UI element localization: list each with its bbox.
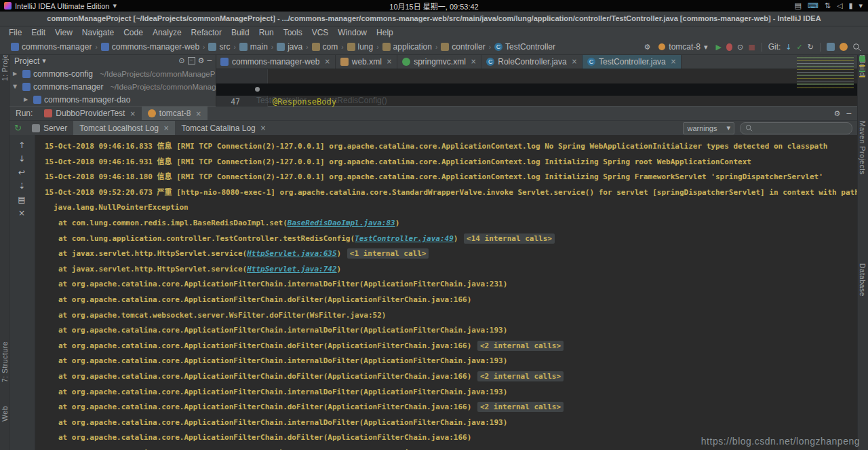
vcs-commit-button[interactable]: ✓ [797,43,803,51]
inspection-status-icon[interactable] [859,56,865,62]
prev-stacktrace-icon[interactable]: ↑ [18,141,25,149]
menu-vcs[interactable]: VCS [307,28,334,37]
menu-window[interactable]: Window [333,28,372,37]
locate-file-icon[interactable]: ⊙ [178,57,184,64]
display-icon[interactable]: ▤ [794,2,801,10]
stacktrace-link[interactable]: TestController.java:49 [355,234,454,243]
project-tree-item-commons-manager[interactable]: ▼commons-manager~/IdeaProjects/commonMan… [9,80,216,93]
console-search-input[interactable] [755,124,833,133]
console-search[interactable] [740,122,852,134]
menu-file[interactable]: File [4,28,26,37]
breakpoint-dot[interactable] [255,87,260,92]
menu-tools[interactable]: Tools [279,28,307,37]
keyboard-input-icon[interactable]: ⌨ [808,2,818,10]
log-level-dropdown[interactable]: warnings ▾ [683,122,734,134]
project-panel-title[interactable]: Project [14,56,39,66]
project-tree-item-commons-config[interactable]: ▶commons-config~/IdeaProjects/commonMana… [9,67,216,80]
breadcrumb-item-main[interactable]: main [238,42,269,52]
menu-help[interactable]: Help [372,28,398,37]
warning-stripe-mark[interactable] [859,65,865,67]
restart-server-icon[interactable]: ↻ [14,124,22,132]
tray-caret-icon[interactable]: ▾ [859,2,863,10]
close-tab-icon[interactable]: × [130,110,135,117]
run-config-selector[interactable]: tomcat-8 ▾ [655,41,711,52]
tool-window-button-web[interactable]: Web [1,406,9,421]
stacktrace-link[interactable]: BaseRedisDaoImpl.java:83 [288,219,395,227]
project-settings-gear-icon[interactable]: ⚙ [198,57,205,64]
editor-tab-testcontroller.java[interactable]: TestController.java× [583,54,682,69]
editor-tab-commons-manager-web[interactable]: commons-manager-web× [216,54,336,69]
menu-edit[interactable]: Edit [26,28,50,37]
settings-wrench-icon[interactable]: ⚙ [644,43,650,51]
editor-tab-springmvc.xml[interactable]: springmvc.xml× [397,54,481,69]
breadcrumb-item-testcontroller[interactable]: TestController [493,42,557,52]
scroll-to-end-icon[interactable]: ⇣ [18,182,25,190]
close-tab-icon[interactable]: × [324,58,330,65]
close-tab-icon[interactable]: × [572,58,577,65]
twisty-open-icon[interactable]: ▼ [13,83,20,90]
print-icon[interactable]: ▤ [18,195,25,204]
soft-wrap-icon[interactable]: ↩ [18,168,25,176]
console-tab-tomcat-catalina-log[interactable]: Tomcat Catalina Log× [175,121,272,135]
console-output[interactable]: 15-Oct-2018 09:46:16.833 信息 [RMI TCP Con… [35,135,858,450]
notifications-icon[interactable] [840,43,848,51]
close-tab-icon[interactable]: × [387,58,392,65]
close-tab-icon[interactable]: × [196,110,201,117]
debug-button[interactable] [726,43,732,51]
editor-tab-rolecontroller.java[interactable]: RoleController.java× [481,54,583,69]
collapse-all-icon[interactable]: − [188,57,195,64]
console-tab-server[interactable]: Server [26,121,73,135]
clear-all-icon[interactable]: × [18,209,25,217]
close-tab-icon[interactable]: × [671,58,676,65]
system-tray[interactable]: ▤⌨⇅◁▮▾ [794,2,868,10]
breadcrumb-item-controller[interactable]: controller [439,42,486,52]
project-view-caret-icon[interactable]: ▾ [42,57,46,64]
menu-navigate[interactable]: Navigate [77,28,119,37]
coverage-button[interactable]: ⊙ [737,43,743,51]
breadcrumb-item-com[interactable]: com [311,42,340,52]
breadcrumb-item-java[interactable]: java [275,42,304,52]
stacktrace-link[interactable]: HttpServlet.java:635 [247,249,336,258]
run-tab-tomcat-8[interactable]: tomcat-8× [142,107,208,120]
breadcrumb-item-commons-manager-web[interactable]: commons-manager-web [100,42,201,52]
event-log-icon[interactable] [827,43,835,51]
run-button[interactable]: ▶ [716,43,722,51]
breadcrumb-item-application[interactable]: application [381,42,433,52]
clock[interactable]: 10月15日 星期一, 09:53:42 [389,1,478,12]
warning-stripe-mark[interactable] [859,76,865,77]
console-tab-tomcat-localhost-log[interactable]: Tomcat Localhost Log× [73,121,175,135]
close-tab-icon[interactable]: × [260,124,266,132]
close-tab-icon[interactable]: × [163,124,169,132]
run-tab-dubboprovidertest[interactable]: DubboProviderTest× [38,107,141,120]
menu-code[interactable]: Code [119,28,148,37]
menu-view[interactable]: View [50,28,77,37]
twisty-closed-icon[interactable]: ▶ [24,96,31,102]
menu-refactor[interactable]: Refactor [186,28,226,37]
stop-button[interactable]: ■ [748,43,755,51]
menu-run[interactable]: Run [254,28,279,37]
app-menu[interactable]: IntelliJ IDEA Ultimate Edition ▾ [0,2,117,10]
stacktrace-link[interactable]: HttpServlet.java:742 [247,265,336,274]
editor-tab-web.xml[interactable]: web.xml× [336,54,397,69]
breadcrumb-item-commons-manager[interactable]: commons-manager [9,42,93,52]
vcs-rollback-button[interactable]: ↻ [808,43,814,51]
breadcrumb-item-lung[interactable]: lung [346,42,375,52]
menu-build[interactable]: Build [226,28,254,37]
menu-analyze[interactable]: Analyze [148,28,186,37]
hide-run-panel-icon[interactable]: ─ [846,110,851,117]
info-stripe-mark[interactable] [859,71,865,72]
next-stacktrace-icon[interactable]: ↓ [18,155,25,163]
twisty-closed-icon[interactable]: ▶ [13,71,20,77]
tool-window-button-database[interactable]: Database [859,263,867,297]
search-icon[interactable] [852,43,861,52]
code-area[interactable]: 46 @ResponseBody 47 @RequestMapping(valu… [216,69,858,107]
network-icon[interactable]: ⇅ [825,2,831,10]
tool-window-button-structure[interactable]: 7: Structure [1,341,9,382]
close-tab-icon[interactable]: × [471,58,476,65]
vcs-update-button[interactable]: ↓ [785,43,791,51]
project-tree-item-commons-manager-dao[interactable]: ▶commons-manager-dao [9,93,216,106]
hide-project-panel-icon[interactable]: ─ [207,57,212,64]
volume-icon[interactable]: ◁ [837,2,842,10]
tool-window-button-maven[interactable]: Maven Projects [859,121,867,174]
run-settings-gear-icon[interactable]: ⚙ [834,110,841,117]
